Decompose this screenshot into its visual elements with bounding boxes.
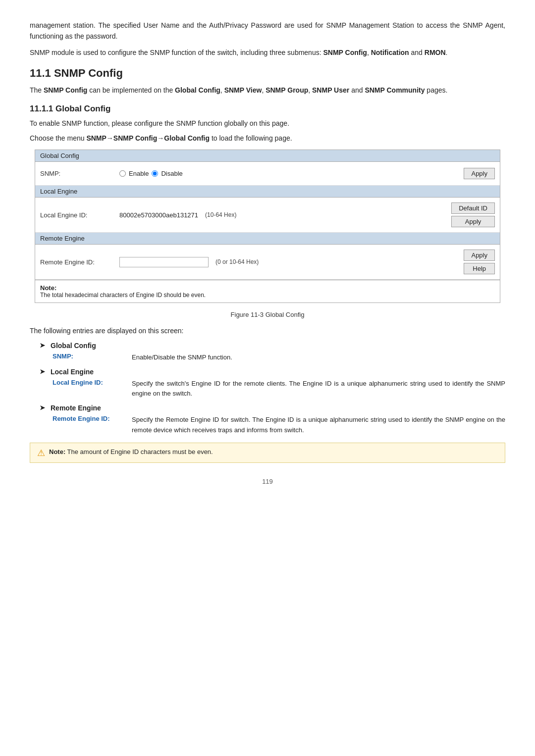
section-desc: The SNMP Config can be implemented on th…	[30, 85, 505, 96]
page-number: 119	[30, 478, 505, 485]
global-config-header: Global Config	[35, 150, 500, 162]
entry-global-config: ➤ Global Config SNMP: Enable/Disable the…	[30, 342, 505, 363]
figure-caption: Figure 11-3 Global Config	[30, 311, 505, 318]
section-title: 11.1 SNMP Config	[30, 67, 505, 80]
intro-para1: management station. The specified User N…	[30, 20, 505, 42]
snmp-label: SNMP:	[40, 170, 119, 177]
snmp-control: Enable Disable	[119, 170, 459, 177]
local-engine-header: Local Engine	[35, 186, 500, 198]
remote-engine-actions: Apply Help	[464, 250, 495, 274]
intro-para2: SNMP module is used to configure the SNM…	[30, 47, 505, 58]
entries-intro: The following entries are displayed on t…	[30, 325, 505, 336]
local-engine-label: Local Engine ID:	[40, 211, 119, 219]
remote-engine-hint: (0 or 10-64 Hex)	[215, 258, 259, 265]
snmp-entry-row: SNMP: Enable/Disable the SNMP function.	[53, 353, 505, 363]
local-engine-term: Local Engine ID:	[53, 379, 132, 386]
apply-remote-button[interactable]: Apply	[464, 250, 495, 261]
apply-snmp-button[interactable]: Apply	[464, 168, 495, 179]
bullet-arrow-global: ➤	[40, 342, 47, 349]
local-engine-actions: Default ID Apply	[451, 202, 495, 227]
warning-icon: ⚠	[37, 448, 45, 458]
remote-engine-label: Remote Engine ID:	[40, 258, 119, 266]
snmp-radio-group: Enable Disable	[119, 170, 183, 177]
local-engine-hint: (10-64 Hex)	[205, 211, 236, 218]
config-note-label: Note:	[40, 284, 56, 292]
snmp-row: SNMP: Enable Disable Apply	[35, 162, 500, 186]
help-button[interactable]: Help	[464, 263, 495, 274]
entry-local-engine: ➤ Local Engine Local Engine ID: Specify …	[30, 368, 505, 400]
config-note-text: The total hexadecimal characters of Engi…	[40, 292, 206, 299]
snmp-actions: Apply	[464, 168, 495, 179]
snmp-disable-radio[interactable]	[152, 170, 158, 177]
snmp-def: Enable/Disable the SNMP function.	[132, 353, 505, 363]
subsection-title: 11.1.1 Global Config	[30, 104, 505, 114]
apply-local-button[interactable]: Apply	[451, 216, 495, 227]
local-engine-entry-row: Local Engine ID: Specify the switch's En…	[53, 379, 505, 400]
default-id-button[interactable]: Default ID	[451, 202, 495, 214]
remote-engine-header: Remote Engine	[35, 233, 500, 245]
config-box: Global Config SNMP: Enable Disable Apply…	[35, 150, 500, 303]
entry-local-bullet: ➤ Local Engine	[30, 368, 505, 376]
remote-engine-control: (0 or 10-64 Hex)	[119, 257, 459, 267]
bullet-arrow-local: ➤	[40, 368, 47, 375]
note-text: The amount of Engine ID characters must …	[67, 448, 213, 455]
entry-global-title: Global Config	[51, 342, 96, 350]
remote-engine-row: Remote Engine ID: (0 or 10-64 Hex) Apply…	[35, 245, 500, 280]
note-box: ⚠ Note: The amount of Engine ID characte…	[30, 443, 505, 463]
local-engine-row: Local Engine ID: 80002e5703000aeb131271 …	[35, 198, 500, 233]
entry-local-title: Local Engine	[51, 368, 94, 376]
entries-list: ➤ Global Config SNMP: Enable/Disable the…	[30, 342, 505, 436]
entry-global-bullet: ➤ Global Config	[30, 342, 505, 350]
snmp-enable-radio[interactable]	[119, 170, 126, 177]
remote-engine-term: Remote Engine ID:	[53, 415, 132, 422]
bullet-arrow-remote: ➤	[40, 404, 47, 411]
remote-engine-def: Specify the Remote Engine ID for switch.…	[132, 415, 505, 436]
note-label: Note:	[49, 448, 65, 455]
entry-remote-engine: ➤ Remote Engine Remote Engine ID: Specif…	[30, 404, 505, 436]
enable-label: Enable	[129, 170, 149, 177]
menu-path: Choose the menu SNMP→SNMP Config→Global …	[30, 133, 505, 144]
remote-engine-entry-row: Remote Engine ID: Specify the Remote Eng…	[53, 415, 505, 436]
local-engine-def: Specify the switch's Engine ID for the r…	[132, 379, 505, 400]
subsection-desc1: To enable SNMP function, please configur…	[30, 118, 505, 129]
entry-remote-title: Remote Engine	[51, 404, 101, 412]
snmp-term: SNMP:	[53, 353, 132, 360]
local-engine-value: 80002e5703000aeb131271	[119, 211, 198, 219]
disable-label: Disable	[161, 170, 182, 177]
entry-remote-bullet: ➤ Remote Engine	[30, 404, 505, 412]
note-content: Note: The amount of Engine ID characters…	[49, 447, 213, 457]
local-engine-control: 80002e5703000aeb131271 (10-64 Hex)	[119, 211, 446, 219]
remote-engine-input[interactable]	[119, 257, 209, 267]
config-note: Note: The total hexadecimal characters o…	[35, 280, 500, 302]
